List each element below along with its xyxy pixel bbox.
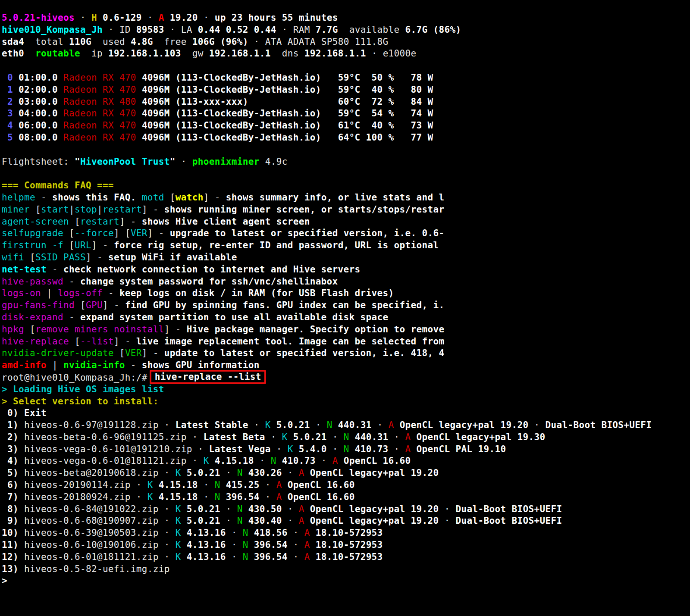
terminal-text-segment: phoenixminer [192,156,260,167]
terminal-text-segment: 9) [7,516,19,526]
terminal-text-segment: 8) [7,504,19,514]
terminal-text-segment: · [131,492,147,502]
terminal-text-segment [2,72,7,83]
option-4: 4) hiveos-vega-0.6-01@181121.zip · K 4.1… [2,455,690,467]
terminal-text-segment [2,97,7,107]
terminal-text-segment: Radeon RX 470 [63,84,136,95]
terminal-text-segment: 4.9c [260,156,288,167]
terminal-text-segment: 89583 [136,25,164,35]
terminal-text-segment: 396.54 [226,492,260,502]
terminal-text-segment: 12) [2,552,19,562]
terminal-text-segment [2,444,7,454]
terminal-text-segment: 0 [7,72,13,83]
terminal-text-segment: ] [ [114,228,131,238]
terminal-text-segment: [ [63,228,75,238]
terminal-text-segment: 4.15.18 [159,492,198,502]
terminal-text-segment: used [91,37,131,47]
faq-nvidia-driver-update: nvidia-driver-update [VER] - update to l… [2,347,690,360]
terminal-text-segment: VER [125,348,142,358]
terminal-text-segment: · [187,456,204,466]
terminal-text-segment: 106G (96%) [192,37,248,47]
terminal-text-segment: hiveos-beta-0.6-96@191125.zip [19,432,187,442]
terminal-text-segment: restart [80,216,119,227]
terminal[interactable]: 5.0.21-hiveos · H 0.6-129 · A 19.20 · up… [0,0,690,587]
terminal-text-segment: 4096M (113-ClockedBy-JetHash.io) [142,120,321,131]
terminal-text-segment: ] - [119,216,142,227]
terminal-text-segment: 4.8G [131,37,153,47]
terminal-text-segment: · [176,156,192,167]
terminal-text-segment: 18.10-572953 [316,552,383,562]
option-12: 12) hiveos-0.6-01@181121.zip · K 4.13.16… [2,551,690,563]
terminal-text-segment: N [243,528,254,538]
terminal-text-segment: shows Hive client agent screen [142,216,310,227]
terminal-text-segment: OpenCL legacy+pal 19.20 [400,420,529,430]
terminal-text-segment: Radeon RX 470 [63,72,136,83]
terminal-text-segment: Hive package manager. Specify option to … [187,324,445,335]
terminal-text-segment: · [226,540,243,550]
option-6: 6) hiveos-20190114.zip · K 4.15.18 · N 4… [2,479,690,491]
terminal-text-segment: VER [131,228,147,238]
terminal-text-segment [136,84,142,95]
terminal-text-segment: 430.26 [248,468,282,478]
faq-logs: logs-on | logs-off - keep logs on disk /… [2,288,690,300]
terminal-text-segment: 418.56 [254,528,288,538]
terminal-text-segment [13,97,19,107]
terminal-text-segment: K [282,432,293,442]
blank-line [2,168,690,180]
gpu-row-2: 2 03:00.0 Radeon RX 480 4096M (113-xxx-x… [2,96,690,108]
annotation-box-highlighted-command[interactable]: hive-replace --list [150,370,266,384]
terminal-text-segment: find GPU by spinning fans. GPU index can… [125,300,445,310]
terminal-text-segment: 7.7G [316,25,338,35]
terminal-text-segment: 6) [7,480,19,490]
option-8: 8) hiveos-0.6-84@191022.zip · K 5.0.21 ·… [2,503,690,516]
terminal-text-segment: shows GPU information [142,360,260,370]
terminal-text-segment: 5.0.21 [187,468,220,478]
terminal-text-segment: Radeon RX 470 [63,132,136,143]
terminal-text-segment: 430.50 [248,504,282,514]
terminal-text-segment: · [159,516,176,526]
terminal-text-segment: · [260,480,276,490]
terminal-text-segment: · [187,432,204,442]
terminal-text-segment: check network connection to internet and… [63,264,361,275]
terminal-text-segment: · [271,444,288,454]
terminal-text-segment: 0.6-129 [103,13,142,23]
terminal-text-segment: hiveos-beta@20190618.zip [19,468,159,478]
gpu-row-3: 3 04:00.0 Radeon RX 470 4096M (113-Clock… [2,108,690,120]
option-11: 11) hiveos-0.6-10@190106.zip · K 4.13.16… [2,539,690,551]
terminal-text-segment: total [24,37,69,47]
terminal-text-segment: 5 [7,132,13,143]
terminal-text-segment: | [41,288,58,298]
terminal-text-segment: · [198,480,215,490]
flightsheet-line: Flightsheet: "HiveonPool Trust" · phoeni… [2,156,690,168]
terminal-text-segment: " [170,156,176,167]
select-version-line: > Select version to install: [2,396,690,408]
terminal-text-segment: 4096M (113-xxx-xxx) [142,97,321,107]
terminal-text-segment: 5.0.21 [276,420,310,430]
terminal-text-segment: [ [30,204,41,215]
terminal-text-segment: RAM [293,25,316,35]
terminal-text-segment: · [198,492,215,502]
terminal-text-segment: | [97,204,103,215]
terminal-text-segment: hiveos-vega-0.6-101@191210.zip [19,444,192,454]
terminal-text-segment: [ [114,348,125,358]
faq-gpu-fans-find: gpu-fans-find [GPU] - find GPU by spinni… [2,300,690,312]
terminal-text-segment: 4096M (113-ClockedBy-JetHash.io) [142,132,321,143]
terminal-text-segment: OpenCL legacy+pal 19.20 [310,468,439,478]
terminal-text-segment: shows summary info, or live stats and l [226,192,445,203]
terminal-text-segment: 64°C 100 % 77 W [321,132,433,143]
terminal-text-segment: motd [142,192,164,203]
terminal-text-segment: Latest Vega [209,444,271,454]
terminal-text-segment: nvidia-driver-update [2,348,114,358]
terminal-text-segment: · [389,444,405,454]
terminal-text-segment [13,84,19,95]
terminal-text-segment: firstrun -f [2,240,63,250]
terminal-text-segment: hpkg [2,324,24,335]
terminal-text-segment: ATA ADATA SP580 111.8G [265,37,389,47]
terminal-text-segment: · [198,13,215,23]
cursor-line: > [2,575,690,587]
terminal-text-segment: logs-on [2,288,41,298]
terminal-text-segment: 0.44 0.52 0.44 [198,25,276,35]
terminal-text-segment: hiveos-20180924.zip [19,492,131,502]
faq-wifi: wifi [SSID PASS] - setup WiFi if availab… [2,252,690,264]
terminal-text-segment: · [282,504,299,514]
